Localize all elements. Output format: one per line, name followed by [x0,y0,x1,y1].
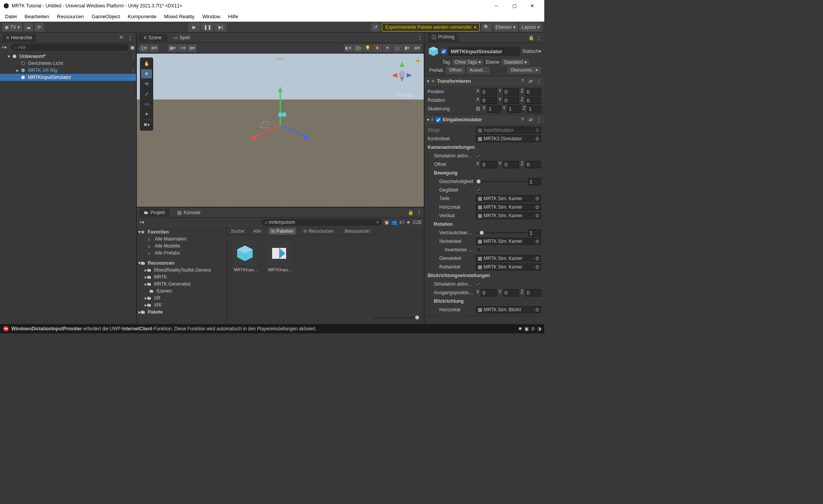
look-sim-checkbox[interactable]: ✓ [476,281,481,287]
favorites-header[interactable]: ▾★Favoriten [137,228,227,235]
filter-packages[interactable]: In Paketen [269,228,295,235]
version-control-button[interactable]: ⟳ [35,23,44,31]
status-icon[interactable]: ✹ [518,326,522,331]
filter-resources[interactable]: ‚Ressourcen' [341,228,373,235]
custom-tool[interactable]: ✖▾ [141,120,152,129]
favorite-icon[interactable]: ★ [406,220,411,225]
smooth-checkbox[interactable]: ✓ [476,187,481,193]
console-tab[interactable]: ▤Konsole [173,209,205,216]
move-tool[interactable]: ✥ [141,69,152,78]
expand-icon[interactable]: ▾ [427,78,429,84]
draw-mode-dropdown[interactable]: ⊕▾ [149,44,159,52]
search-mode-icon[interactable]: ▣ [384,220,389,225]
depth-field[interactable]: ▦MRTK Sim: Kamer⊙ [476,195,541,202]
prefab-open-button[interactable]: Öffnen [446,67,465,74]
account-button[interactable]: ◉ TV ▾ [2,23,22,31]
lock-icon[interactable]: 🔒 [528,35,534,40]
folder-item[interactable]: ▸🖿MixedRealityToolkit.Genera [137,267,227,274]
menu-icon[interactable]: ⋮ [417,210,421,215]
origin-z-input[interactable] [525,289,541,296]
menu-ressourcen[interactable]: Ressourcen [53,12,87,21]
pos-x-input[interactable] [481,88,497,96]
filter-type-icon[interactable]: 👥 [391,220,397,225]
rect-tool[interactable]: ▭ [141,99,152,109]
thumbnail-size-slider[interactable] [415,316,419,319]
status-message[interactable]: WindowsDictationInputProvider erfordert … [11,326,316,331]
menu-icon[interactable]: ⋮ [536,78,542,84]
menu-icon[interactable]: ⋮ [131,54,136,59]
sensitivity-input[interactable] [528,229,541,237]
menu-datei[interactable]: Datei [2,12,20,21]
help-icon[interactable]: ? [519,117,526,122]
layer-dropdown[interactable]: Standard▾ [501,59,529,65]
rot-y-input[interactable] [503,97,519,104]
rot-z-input[interactable] [525,97,541,104]
asset-item[interactable]: MRTKInpu… [232,241,260,272]
hierarchy-search[interactable]: ⌕ Alle [11,44,129,51]
menu-icon[interactable]: ⋮ [536,35,541,40]
hidden-count[interactable]: 👁̸26 [413,220,421,225]
scale-tool[interactable]: ⤢ [141,89,152,99]
scene-tab[interactable]: #Szene [138,34,167,42]
scale-z-input[interactable] [527,105,541,113]
create-button[interactable]: +▾ [139,220,144,225]
pos-z-input[interactable] [525,88,541,96]
lighting-dropdown[interactable]: ◐▾ [344,44,353,52]
drag-handle-icon[interactable]: ══ [277,56,283,61]
perspective-label[interactable]: ≡ Persp [397,92,413,98]
component-header[interactable]: ▾ ⤧ Transformieren ? ⇄ ⋮ [425,77,544,86]
layout-dropdown[interactable]: Layout▾ [519,23,542,31]
origin-y-input[interactable] [503,289,519,296]
lock-icon[interactable]: 🔒 [415,57,421,62]
menu-hilfe[interactable]: Hilfe [225,12,242,21]
menu-komponente[interactable]: Komponente [124,12,160,21]
component-enabled-checkbox[interactable] [436,117,441,122]
expand-icon[interactable]: ▸ [16,68,21,73]
open-prefab-icon[interactable]: › [131,75,136,80]
snap-button[interactable]: ⊹▾ [178,44,187,52]
pause-button[interactable]: ❚❚ [201,23,214,31]
lock-icon[interactable]: 🔒 [408,210,414,215]
simulation-checkbox[interactable]: ✓ [476,153,481,159]
tag-dropdown[interactable]: Ohne Tags▾ [452,59,483,65]
menu-bearbeiten[interactable]: Bearbeiten [21,12,52,21]
maximize-button[interactable]: ▢ [505,0,523,12]
project-search[interactable]: ⌕ mrtkinputsim × [262,219,382,226]
inspector-tab[interactable]: ⓘPrüfung [428,33,458,42]
scale-x-input[interactable] [487,105,501,113]
status-icon[interactable]: ⊘ [531,326,535,331]
transform-tool[interactable]: ✦ [141,110,152,119]
folder-item[interactable]: ▸🖿XRI [137,302,227,309]
speed-input[interactable] [528,178,541,185]
filter-all[interactable]: Alle [251,228,263,235]
pos-y-input[interactable] [503,88,519,96]
expand-icon[interactable]: ▾ [427,117,429,122]
menu-gameobject[interactable]: GameObject [88,12,124,21]
increment-button[interactable]: ⊞▾ [187,44,197,52]
error-icon[interactable]: ⛔ [3,326,9,331]
audio-toggle[interactable]: 🔇 [373,44,382,52]
project-tab[interactable]: 🖿Projekt [139,209,169,216]
fx-toggle[interactable]: ✦ [383,44,392,52]
preset-icon[interactable]: ⇄ [528,117,534,122]
rot-x-input[interactable] [481,97,497,104]
scene-view[interactable]: ✋ ✥ ⟲ ⤢ ▭ ✦ ✖▾ x z 🔒 ≡ Persp [137,54,424,207]
status-icon[interactable]: ▣ [524,326,529,331]
minimize-button[interactable]: ─ [488,0,505,12]
close-button[interactable]: ✕ [523,0,541,12]
menu-window[interactable]: Window [199,12,224,21]
roll-field[interactable]: ▦MRTK Sim: Kamer⊙ [476,263,541,270]
2d-toggle[interactable]: 2D [353,44,363,52]
expand-icon[interactable]: ▾ [8,54,12,59]
clear-search-icon[interactable]: × [376,220,379,225]
folder-item[interactable]: 🖿Szenen [137,288,227,295]
folder-item[interactable]: ▸🖿MRTK.Generated [137,281,227,288]
object-picker-icon[interactable]: ⊙ [535,136,539,141]
move-gizmo[interactable] [241,83,319,153]
invert-checkbox[interactable] [476,247,481,253]
active-checkbox[interactable] [441,49,446,54]
search-mode-icon[interactable]: ▣ [130,45,135,50]
undo-history-button[interactable]: ↺ [371,23,380,31]
play-button[interactable]: ▶ [188,23,201,31]
yaw-field[interactable]: ▦MRTK Sim: Kamer⊙ [476,255,541,262]
